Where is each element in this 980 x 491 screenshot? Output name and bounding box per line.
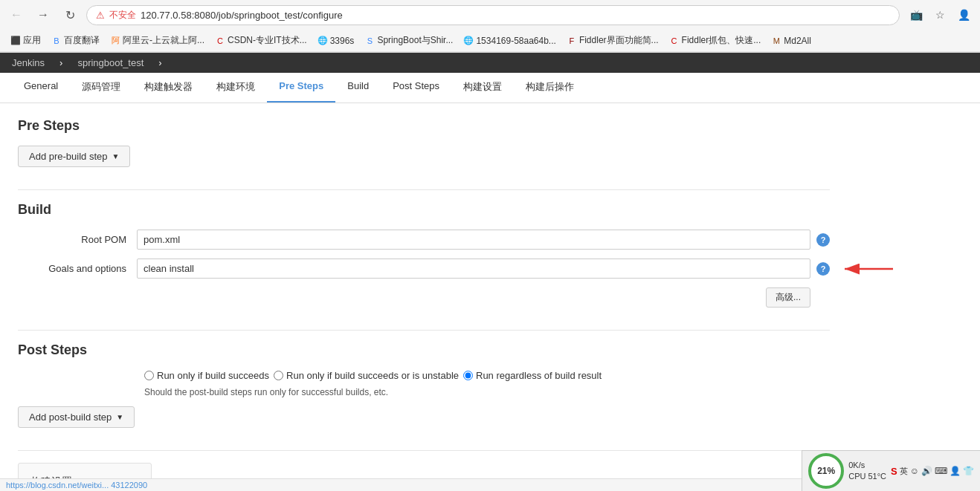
section-divider-3 xyxy=(18,450,830,451)
nav-separator-2: › xyxy=(158,57,161,68)
tray-icons: S 英 ☺ 🔊 ⌨ 👤 👕 xyxy=(891,466,974,477)
goals-options-help-icon[interactable]: ? xyxy=(816,262,830,276)
bookmark-springboot[interactable]: S SpringBoot与Shir... xyxy=(360,32,457,49)
post-steps-hint: Should the post-build steps run only for… xyxy=(18,387,830,397)
tray-icon-2: 🔊 xyxy=(921,466,932,476)
pre-steps-section: Pre Steps Add pre-build step ▼ xyxy=(18,118,830,167)
tab-post-build[interactable]: 构建后操作 xyxy=(514,73,586,103)
root-pom-label: Root POM xyxy=(18,234,137,245)
fiddler2-icon: C xyxy=(669,36,680,46)
tab-source[interactable]: 源码管理 xyxy=(70,73,132,103)
bookmark-label: Md2All xyxy=(784,36,811,46)
bookmark-label: 阿里云-上云就上阿... xyxy=(123,34,204,47)
tab-post-steps[interactable]: Post Steps xyxy=(381,73,451,103)
bookmarks-bar: ⬛ 应用 B 百度翻译 阿 阿里云-上云就上阿... C CSDN-专业IT技术… xyxy=(0,30,980,52)
tray-icon-4: 👤 xyxy=(950,466,961,476)
build-section: Build Root POM ? Goals and options ? xyxy=(18,202,830,308)
radio-always[interactable]: Run regardless of build result xyxy=(463,370,602,381)
nav-separator-1: › xyxy=(59,57,62,68)
bookmark-label: 应用 xyxy=(23,34,41,47)
radio-unstable[interactable]: Run only if build succeeds or is unstabl… xyxy=(274,370,459,381)
dropdown-arrow-icon: ▼ xyxy=(112,152,120,160)
bookmark-label: Fiddler界面功能简... xyxy=(579,34,659,47)
bookmark-label: 1534169-58aa64b... xyxy=(476,36,555,46)
bookmark-baidu[interactable]: B 百度翻译 xyxy=(47,32,104,49)
radio-unstable-input[interactable] xyxy=(274,371,283,380)
goals-options-input[interactable] xyxy=(137,258,810,279)
tray-icon-1: ☺ xyxy=(910,466,919,476)
add-post-build-label: Add post-build step xyxy=(29,412,112,423)
advanced-btn-row: 高级... xyxy=(18,287,830,308)
advanced-button[interactable]: 高级... xyxy=(766,287,810,308)
cast-button[interactable]: 📺 xyxy=(906,4,926,25)
browser-actions: 📺 ☆ 👤 xyxy=(906,4,974,25)
bookmark-icon-1534: 🌐 xyxy=(463,36,474,46)
bookmark-csdn[interactable]: C CSDN-专业IT技术... xyxy=(210,32,312,49)
tab-triggers[interactable]: 构建触发器 xyxy=(132,73,204,103)
security-icon: ⚠ xyxy=(96,10,105,21)
project-link[interactable]: springboot_test xyxy=(77,57,144,68)
bookmark-fiddler1[interactable]: F Fiddler界面功能简... xyxy=(562,32,663,49)
radio-group: Run only if build succeeds Run only if b… xyxy=(18,370,830,381)
radio-success-input[interactable] xyxy=(144,371,154,380)
bookmark-label: SpringBoot与Shir... xyxy=(377,34,453,47)
fiddler1-icon: F xyxy=(567,36,577,46)
section-divider-2 xyxy=(18,330,830,331)
root-pom-help-icon[interactable]: ? xyxy=(816,233,830,247)
jenkins-nav: Jenkins › springboot_test › xyxy=(0,53,980,73)
tab-general[interactable]: General xyxy=(12,73,70,103)
goals-options-input-wrap: ? xyxy=(137,258,830,279)
bookmark-apps[interactable]: ⬛ 应用 xyxy=(6,32,45,49)
radio-success-label: Run only if build succeeds xyxy=(157,370,269,381)
tab-env[interactable]: 构建环境 xyxy=(204,73,267,103)
add-pre-build-label: Add pre-build step xyxy=(29,151,108,162)
post-steps-section: Post Steps Run only if build succeeds Ru… xyxy=(18,342,830,428)
radio-always-label: Run regardless of build result xyxy=(476,370,602,381)
radio-always-input[interactable] xyxy=(463,371,473,380)
reload-button[interactable]: ↻ xyxy=(59,4,80,25)
tab-build[interactable]: Build xyxy=(335,73,381,103)
bookmark-fiddler2[interactable]: C Fiddler抓包、快速... xyxy=(665,32,766,49)
aliyun-icon: 阿 xyxy=(110,36,120,46)
add-pre-build-step-button[interactable]: Add pre-build step ▼ xyxy=(18,146,130,167)
back-button[interactable]: ← xyxy=(6,4,27,25)
radio-success[interactable]: Run only if build succeeds xyxy=(144,370,269,381)
lang-icon: 英 xyxy=(900,466,908,477)
bookmark-label: CSDN-专业IT技术... xyxy=(228,34,307,47)
tab-build-settings[interactable]: 构建设置 xyxy=(451,73,514,103)
net-label: 0K/s xyxy=(848,460,886,471)
bookmark-1534169[interactable]: 🌐 1534169-58aa64b... xyxy=(459,33,560,48)
section-divider-1 xyxy=(18,189,830,190)
build-title: Build xyxy=(18,202,830,218)
profile-button[interactable]: 👤 xyxy=(953,4,974,25)
config-tabs: General 源码管理 构建触发器 构建环境 Pre Steps Build … xyxy=(0,73,980,103)
tray-icon-5: 👕 xyxy=(963,466,974,476)
address-bar[interactable]: ⚠ 不安全 120.77.0.58:8080/job/springboot_te… xyxy=(86,5,900,25)
system-tray: 21% 0K/s CPU 51°C S 英 ☺ 🔊 ⌨ 👤 👕 xyxy=(802,450,980,491)
bookmark-aliyun[interactable]: 阿 阿里云-上云就上阿... xyxy=(106,32,209,49)
post-steps-title: Post Steps xyxy=(18,342,830,358)
forward-button[interactable]: → xyxy=(33,4,54,25)
browser-chrome: ← → ↻ ⚠ 不安全 120.77.0.58:8080/job/springb… xyxy=(0,0,980,53)
address-text: 120.77.0.58:8080/job/springboot_test/con… xyxy=(141,10,343,21)
cpu-label: CPU 51°C xyxy=(848,471,886,482)
bookmark-label: Fiddler抓包、快速... xyxy=(682,34,761,47)
root-pom-input[interactable] xyxy=(137,230,810,250)
post-dropdown-arrow-icon: ▼ xyxy=(116,413,123,421)
status-url: https://blog.csdn.net/weitxi... 43122090 xyxy=(6,481,147,490)
main-content: General 源码管理 构建触发器 构建环境 Pre Steps Build … xyxy=(0,73,980,491)
bookmark-3396s[interactable]: 🌐 3396s xyxy=(313,33,359,48)
bookmark-button[interactable]: ☆ xyxy=(929,4,950,25)
bookmark-label: 3396s xyxy=(330,36,355,46)
tab-pre-steps[interactable]: Pre Steps xyxy=(267,73,335,103)
tray-icon-3: ⌨ xyxy=(935,466,947,476)
pre-steps-title: Pre Steps xyxy=(18,118,830,134)
add-post-build-step-button[interactable]: Add post-build step ▼ xyxy=(18,406,135,428)
bookmark-md2all[interactable]: M Md2All xyxy=(767,33,816,48)
csdn-icon: C xyxy=(215,36,225,46)
jenkins-home-link[interactable]: Jenkins xyxy=(12,57,45,68)
bookmark-icon-3396s: 🌐 xyxy=(317,36,328,46)
status-bar: https://blog.csdn.net/weitxi... 43122090 xyxy=(0,478,816,491)
radio-unstable-label: Run only if build succeeds or is unstabl… xyxy=(286,370,459,381)
bookmark-label: 百度翻译 xyxy=(64,34,100,47)
